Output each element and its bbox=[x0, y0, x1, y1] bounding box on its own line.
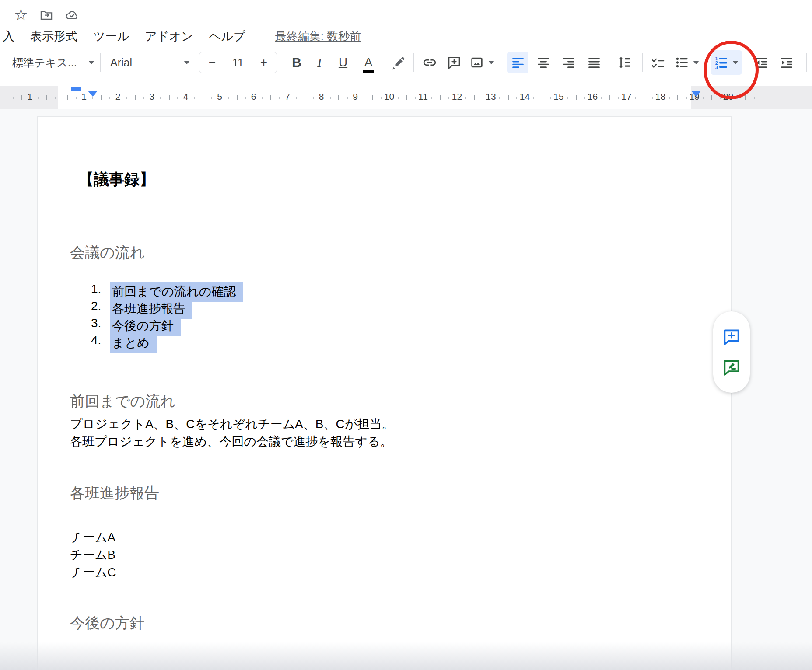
insert-link-button[interactable] bbox=[419, 52, 440, 73]
ruler-tick bbox=[135, 95, 136, 100]
align-left-button[interactable] bbox=[508, 52, 528, 73]
ruler-tick bbox=[406, 95, 407, 100]
paragraph-style-selector[interactable]: 標準テキス... bbox=[12, 47, 94, 78]
increase-font-size-button[interactable]: + bbox=[251, 52, 276, 73]
add-comment-button[interactable] bbox=[444, 52, 465, 73]
document-page[interactable]: 【議事録】 会議の流れ 1. 前回までの流れの確認 2. 各班進捗報告 3. 今… bbox=[37, 116, 732, 670]
team-line[interactable]: チームC bbox=[70, 564, 116, 581]
ruler-tick bbox=[669, 97, 670, 99]
text-color-swatch bbox=[363, 70, 374, 73]
decrease-indent-button[interactable] bbox=[751, 52, 772, 73]
ruler-tick bbox=[618, 97, 619, 99]
numbered-list-button[interactable]: 1 2 3 bbox=[710, 50, 742, 75]
star-icon[interactable]: ☆ bbox=[13, 7, 29, 23]
ruler-tick bbox=[635, 97, 636, 99]
bulleted-list-button[interactable] bbox=[671, 50, 703, 75]
list-item[interactable]: 2. 各班進捗報告 bbox=[38, 299, 731, 316]
checklist-button[interactable] bbox=[648, 52, 668, 73]
team-line[interactable]: チームB bbox=[70, 547, 116, 563]
bold-button[interactable]: B bbox=[287, 52, 306, 73]
font-selector[interactable]: Arial bbox=[110, 47, 190, 78]
ruler-number: 12 bbox=[452, 91, 462, 102]
underline-button[interactable]: U bbox=[333, 52, 353, 73]
menu-help[interactable]: ヘルプ bbox=[207, 28, 247, 44]
team-line[interactable]: チームA bbox=[70, 529, 116, 546]
ruler-number: 11 bbox=[418, 91, 428, 102]
ruler-number: 8 bbox=[319, 91, 324, 102]
ruler-tick bbox=[576, 95, 577, 100]
menu-addons[interactable]: アドオン bbox=[143, 28, 195, 44]
google-docs-app: ☆ 入 表示形式 ツール アドオン ヘルプ 最終編集: 数秒前 標準テキス... bbox=[0, 0, 812, 670]
ruler-number: 9 bbox=[353, 91, 358, 102]
heading-future-policy[interactable]: 今後の方針 bbox=[70, 613, 145, 633]
menu-tools[interactable]: ツール bbox=[91, 28, 131, 44]
list-number: 3. bbox=[91, 316, 101, 330]
align-center-button[interactable] bbox=[533, 52, 554, 73]
ruler-number: 20 bbox=[723, 91, 733, 102]
ruler-tick bbox=[304, 95, 305, 100]
body-line[interactable]: 各班プロジェクトを進め、今回の会議で進捗を報告する。 bbox=[70, 433, 392, 450]
ruler-tick bbox=[474, 95, 475, 100]
ruler-tick bbox=[279, 97, 280, 99]
checklist-icon bbox=[651, 55, 665, 70]
first-line-indent-marker[interactable] bbox=[71, 87, 81, 91]
add-comment-floating-button[interactable] bbox=[721, 326, 742, 347]
suggest-edits-button[interactable] bbox=[721, 357, 742, 378]
ruler-tick bbox=[550, 97, 551, 99]
toolbar-divider bbox=[504, 53, 504, 72]
text-color-button[interactable]: A bbox=[359, 52, 378, 73]
align-right-icon bbox=[561, 55, 576, 70]
ruler-tick bbox=[372, 95, 373, 100]
ruler-tick bbox=[21, 95, 22, 100]
italic-button[interactable]: I bbox=[310, 52, 329, 73]
add-comment-icon bbox=[447, 55, 462, 70]
ruler-tick bbox=[38, 97, 39, 99]
decrease-font-size-button[interactable]: − bbox=[200, 52, 225, 73]
font-size-input[interactable]: 11 bbox=[225, 52, 251, 73]
ruler-tick bbox=[144, 97, 144, 99]
ruler-number: 14 bbox=[520, 91, 530, 102]
ruler-tick bbox=[347, 97, 348, 99]
line-spacing-button[interactable] bbox=[614, 52, 635, 73]
heading-previous-flow[interactable]: 前回までの流れ bbox=[70, 391, 175, 412]
list-item[interactable]: 1. 前回までの流れの確認 bbox=[38, 282, 731, 299]
highlighter-icon bbox=[392, 55, 406, 70]
ruler[interactable]: 11234567891011121314151617181920 bbox=[0, 86, 812, 109]
selected-list-text[interactable]: まとめ bbox=[110, 333, 157, 353]
ruler-tick bbox=[330, 97, 331, 99]
right-indent-marker[interactable] bbox=[691, 91, 701, 97]
heading-agenda[interactable]: 会議の流れ bbox=[70, 243, 145, 263]
body-line[interactable]: プロジェクトA、B、CをそれぞれチームA、B、Cが担当。 bbox=[70, 415, 394, 433]
menu-insert-partial[interactable]: 入 bbox=[1, 28, 16, 44]
ruler-tick bbox=[652, 97, 653, 99]
increase-indent-button[interactable] bbox=[776, 52, 797, 73]
chevron-down-icon bbox=[184, 61, 190, 64]
align-justify-button[interactable] bbox=[584, 52, 605, 73]
align-right-button[interactable] bbox=[558, 52, 579, 73]
ruler-tick bbox=[270, 95, 271, 100]
ruler-tick bbox=[203, 95, 203, 100]
cloud-check-icon[interactable] bbox=[64, 7, 80, 23]
ruler-tick bbox=[228, 97, 229, 99]
insert-image-button[interactable] bbox=[466, 52, 487, 73]
ruler-tick bbox=[398, 97, 399, 99]
doc-title[interactable]: 【議事録】 bbox=[78, 169, 155, 190]
left-indent-marker[interactable] bbox=[88, 91, 98, 97]
list-item[interactable]: 3. 今後の方針 bbox=[38, 316, 731, 333]
ruler-tick bbox=[245, 97, 246, 99]
ruler-tick bbox=[101, 95, 102, 100]
increase-indent-icon bbox=[779, 55, 794, 70]
last-edited-link[interactable]: 最終編集: 数秒前 bbox=[275, 29, 361, 44]
ruler-number: 1 bbox=[27, 91, 32, 102]
align-justify-icon bbox=[587, 55, 602, 70]
ruler-tick bbox=[431, 97, 432, 99]
list-item[interactable]: 4. まとめ bbox=[38, 333, 731, 350]
ruler-tick bbox=[644, 95, 644, 100]
insert-image-control[interactable] bbox=[466, 47, 494, 78]
chevron-down-icon bbox=[732, 61, 738, 64]
ruler-tick bbox=[754, 97, 755, 99]
move-folder-icon[interactable] bbox=[38, 7, 54, 23]
highlight-color-button[interactable] bbox=[388, 52, 410, 73]
heading-progress-report[interactable]: 各班進捗報告 bbox=[70, 483, 159, 503]
menu-format[interactable]: 表示形式 bbox=[28, 28, 79, 44]
